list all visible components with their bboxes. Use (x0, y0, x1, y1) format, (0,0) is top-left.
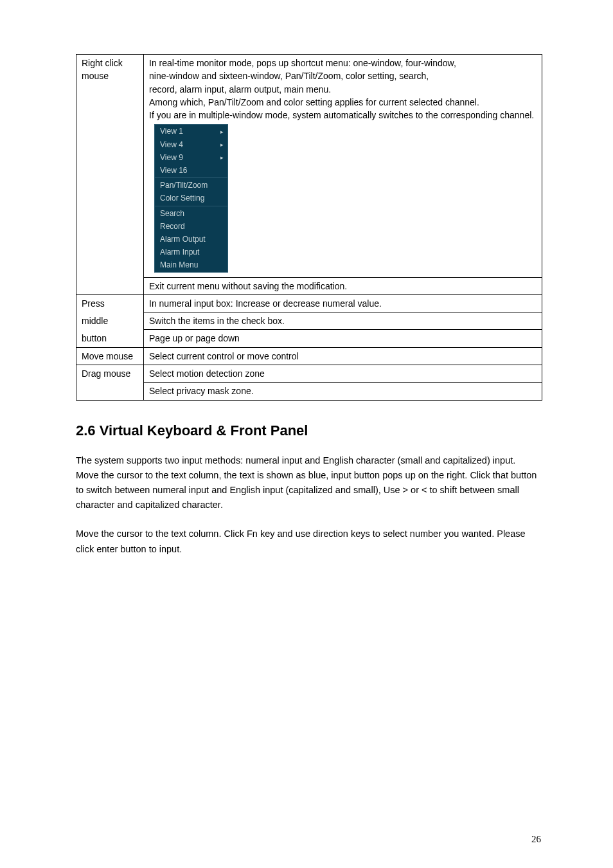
cell-middle-label: middle (76, 312, 144, 330)
desc-line-2: record, alarm input, alarm output, main … (149, 84, 331, 95)
cell-right-click-label: Right click mouse (76, 55, 144, 295)
para1-text: The system supports two input methods: n… (76, 455, 515, 466)
section-para-1: The system supports two input methods: n… (76, 453, 542, 513)
menu-label: Color Setting (160, 193, 204, 203)
desc-line-1: nine-window and sixteen-window, Pan/Tilt… (149, 71, 429, 81)
menu-item-search[interactable]: Search (155, 207, 227, 220)
menu-item-ptz[interactable]: Pan/Tilt/Zoom (155, 179, 227, 192)
cell-middle-desc: Switch the items in the check box. (144, 312, 542, 330)
cell-button-label: button (76, 330, 144, 347)
menu-label: Alarm Output (160, 234, 206, 244)
cell-press-label: Press (76, 294, 144, 312)
menu-item-record[interactable]: Record (155, 220, 227, 233)
menu-item-view4[interactable]: View 4 ▸ (155, 138, 227, 151)
menu-label: Record (160, 221, 185, 231)
menu-label: Pan/Tilt/Zoom (160, 180, 208, 190)
menu-separator (155, 206, 227, 206)
desc-line-3: Among which, Pan/Tilt/Zoom and color set… (149, 97, 479, 107)
menu-label: View 9 (160, 152, 183, 163)
menu-label: Main Menu (160, 260, 198, 270)
cell-right-click-desc: In real-time monitor mode, pops up short… (144, 55, 542, 278)
page-number: 26 (531, 834, 541, 845)
chevron-right-icon: ▸ (220, 128, 224, 136)
menu-label: View 16 (160, 165, 187, 176)
cell-exit-menu: Exit current menu without saving the mod… (144, 277, 542, 294)
cell-drag-mouse-desc1: Select motion detection zone (144, 365, 542, 383)
menu-item-alarm-output[interactable]: Alarm Output (155, 233, 227, 246)
context-menu: View 1 ▸ View 4 ▸ View 9 ▸ View 16 (154, 124, 228, 272)
cell-move-mouse-label: Move mouse (76, 347, 144, 365)
menu-item-view16[interactable]: View 16 (155, 164, 227, 177)
menu-label: Search (160, 208, 184, 219)
menu-item-alarm-input[interactable]: Alarm Input (155, 246, 227, 258)
section-heading: 2.6 Virtual Keyboard & Front Panel (76, 422, 542, 439)
menu-item-view1[interactable]: View 1 ▸ (155, 125, 227, 138)
cell-button-desc: Page up or page down (144, 330, 542, 347)
menu-item-main-menu[interactable]: Main Menu (155, 258, 227, 271)
menu-item-view9[interactable]: View 9 ▸ (155, 151, 227, 164)
cell-move-mouse-desc: Select current control or move control (144, 347, 542, 365)
menu-label: View 4 (160, 140, 183, 150)
menu-label: Alarm Input (160, 247, 199, 257)
cell-drag-mouse-label: Drag mouse (76, 365, 144, 401)
para1b-text: Move the cursor to the text column, the … (76, 470, 537, 510)
cell-drag-mouse-desc2: Select privacy mask zone. (144, 383, 542, 400)
chevron-right-icon: ▸ (220, 141, 224, 149)
menu-label: View 1 (160, 126, 183, 136)
cell-press-desc: In numeral input box: Increase or decrea… (144, 294, 542, 312)
section-para-2: Move the cursor to the text column. Clic… (76, 527, 542, 556)
desc-line-4: If you are in multiple-window mode, syst… (149, 110, 534, 120)
chevron-right-icon: ▸ (220, 154, 224, 161)
mouse-functions-table: Right click mouse In real-time monitor m… (76, 54, 542, 401)
menu-separator (155, 177, 227, 178)
desc-line-0: In real-time monitor mode, pops up short… (149, 58, 456, 68)
menu-item-color-setting[interactable]: Color Setting (155, 192, 227, 204)
